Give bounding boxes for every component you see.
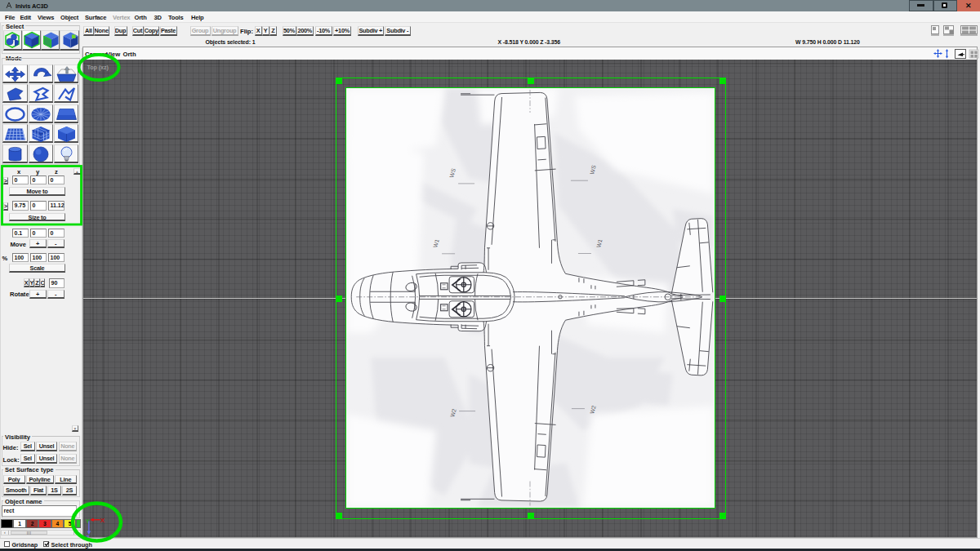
svg-text:X: X bbox=[100, 517, 105, 524]
svg-text:Z: Z bbox=[86, 534, 90, 537]
svg-text:Y: Y bbox=[85, 517, 90, 524]
